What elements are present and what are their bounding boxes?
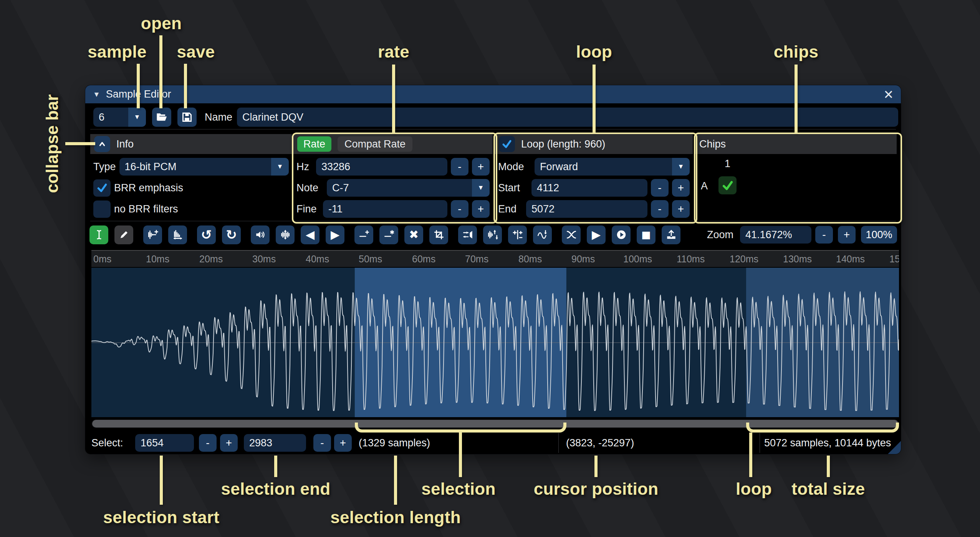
sample-name-input[interactable]: Clarinet DQV [237, 108, 898, 127]
sample-selector[interactable]: 6 ▼ [93, 108, 146, 127]
redo-button[interactable]: ↻ [222, 225, 241, 244]
hz-input[interactable]: 33286 [316, 158, 447, 176]
insert-silence-button[interactable] [354, 225, 373, 244]
play-loop-button[interactable] [612, 225, 631, 244]
insert-silence-icon [358, 229, 370, 240]
ruler-tick: 50ms [359, 254, 382, 265]
waveform-display[interactable] [91, 268, 899, 417]
fade-out-button[interactable]: ▶ [326, 225, 344, 244]
fade-in-button[interactable]: ◀ [301, 225, 319, 244]
brr-emphasis-label: BRR emphasis [114, 182, 183, 194]
selection-end-input[interactable]: 2983 [244, 434, 306, 452]
invert-button[interactable] [483, 225, 502, 244]
normalize-icon [280, 229, 291, 240]
loop-start-input[interactable]: 4112 [531, 179, 647, 197]
annotation-save: save [177, 42, 215, 61]
zoom-reset-button[interactable]: 100% [861, 226, 897, 244]
selection-start-plus-button[interactable]: + [220, 434, 238, 452]
note-select[interactable]: C-7 ▼ [327, 179, 490, 197]
open-sample-button[interactable] [152, 108, 171, 127]
annotation-line-loop [593, 65, 596, 133]
chevron-down-icon[interactable]: ▼ [271, 158, 289, 176]
fine-minus-button[interactable]: - [451, 200, 468, 218]
hz-plus-button[interactable]: + [472, 158, 490, 176]
reverse-button[interactable] [458, 225, 477, 244]
stop-button[interactable]: ■ [637, 225, 656, 244]
loop-checkbox[interactable] [499, 136, 515, 152]
sample-type-select[interactable]: 16-bit PCM ▼ [119, 158, 289, 176]
loop-end-plus-button[interactable]: + [672, 200, 690, 218]
annotation-line-selection-end [274, 456, 277, 477]
save-sample-button[interactable] [177, 108, 197, 127]
hz-minus-button[interactable]: - [451, 158, 468, 176]
ruler-tick: 90ms [571, 254, 595, 265]
zoom-out-button[interactable]: - [815, 226, 833, 244]
resample-button[interactable] [168, 225, 187, 244]
loop-section-header: Loop (length: 960) [495, 134, 693, 154]
chevron-down-icon[interactable]: ▼ [472, 179, 490, 197]
apply-silence-button[interactable] [379, 225, 398, 244]
edit-mode-select-button[interactable] [89, 225, 108, 244]
annotation-sample: sample [88, 42, 146, 61]
normalize-button[interactable] [276, 225, 295, 244]
no-brr-filters-checkbox[interactable] [93, 201, 111, 218]
wave-insert-icon [147, 229, 159, 240]
crossfade-button[interactable] [562, 225, 581, 244]
separator [760, 433, 760, 453]
compat-rate-tab[interactable]: Compat Rate [338, 136, 412, 152]
wave-resize-icon [172, 229, 184, 240]
filter-icon [537, 229, 548, 240]
annotation-selection: selection [421, 479, 495, 499]
name-label: Name [205, 108, 232, 127]
check-icon [96, 181, 109, 194]
trim-button[interactable] [429, 225, 448, 244]
loop-mode-select[interactable]: Forward ▼ [535, 158, 690, 176]
ruler-tick: 130ms [783, 254, 812, 265]
sign-button[interactable] [508, 225, 527, 244]
info-section-header: Info [90, 134, 292, 154]
delete-button[interactable]: ✖ [404, 225, 423, 244]
window-resize-grip[interactable] [888, 441, 901, 454]
ruler-tick: 10ms [146, 254, 169, 265]
selection-end-minus-button[interactable]: - [313, 434, 331, 452]
annotation-loop: loop [576, 42, 612, 61]
annotation-chips: chips [774, 42, 818, 61]
close-icon[interactable]: × [884, 87, 893, 102]
collapse-bar-button[interactable] [94, 136, 110, 152]
annotation-line-collapse-bar [65, 142, 95, 145]
crossfade-icon [566, 229, 577, 240]
selection-start-minus-button[interactable]: - [199, 434, 217, 452]
fine-input[interactable]: -11 [323, 200, 447, 218]
chip-enable-checkbox[interactable] [718, 176, 737, 194]
brr-emphasis-checkbox[interactable] [93, 179, 111, 197]
selection-length-text: (1329 samples) [359, 432, 430, 454]
ruler-tick: 110ms [677, 254, 705, 265]
loop-start-plus-button[interactable]: + [672, 179, 690, 197]
preview-play-button[interactable]: ▶ [587, 225, 606, 244]
filter-button[interactable] [533, 225, 552, 244]
amplify-button[interactable] [251, 225, 270, 244]
annotation-total-size: total size [791, 479, 865, 499]
trim-crop-icon [433, 229, 445, 240]
zoom-input[interactable]: 41.1672% [740, 226, 811, 244]
delete-cross-icon: ✖ [409, 229, 419, 240]
ruler-tick: 70ms [465, 254, 488, 265]
rate-tab[interactable]: Rate [297, 136, 331, 152]
selection-start-value: 1654 [141, 437, 164, 449]
loop-start-minus-button[interactable]: - [651, 179, 669, 197]
chevron-down-icon[interactable]: ▼ [672, 158, 690, 176]
zoom-in-button[interactable]: + [838, 226, 856, 244]
draw-mode-button[interactable] [114, 225, 133, 244]
export-button[interactable] [662, 225, 680, 244]
loop-end-minus-button[interactable]: - [651, 200, 669, 218]
window-collapse-triangle-icon[interactable]: ▼ [93, 90, 100, 99]
loop-end-input[interactable]: 5072 [526, 200, 647, 218]
resize-sample-button[interactable] [143, 225, 162, 244]
selection-start-input[interactable]: 1654 [135, 434, 194, 452]
window-titlebar[interactable]: ▼ Sample Editor × [85, 85, 901, 103]
ruler-tick: 100ms [623, 254, 652, 265]
selection-end-plus-button[interactable]: + [334, 434, 352, 452]
chevron-down-icon[interactable]: ▼ [128, 108, 146, 127]
fine-plus-button[interactable]: + [472, 200, 490, 218]
undo-button[interactable]: ↺ [197, 225, 216, 244]
